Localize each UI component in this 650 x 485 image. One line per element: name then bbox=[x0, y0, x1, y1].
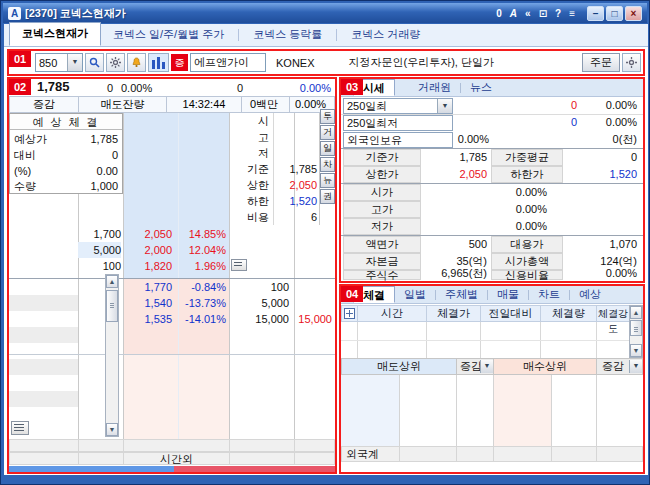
low-label: 저 bbox=[229, 145, 269, 161]
low250-box: 250일최저 bbox=[343, 115, 453, 131]
footer-cell bbox=[229, 439, 295, 452]
high-label: 고 bbox=[229, 129, 269, 145]
tick-chart-icon[interactable] bbox=[148, 53, 169, 72]
tab-expected[interactable]: 예상 bbox=[570, 286, 610, 303]
col-header-exec-strength[interactable]: 체결강도 bbox=[596, 305, 630, 322]
menu-list-icon[interactable]: ≡ bbox=[569, 8, 575, 19]
tab-daily[interactable]: 일별 bbox=[395, 286, 435, 303]
stock-name-field[interactable]: 에프앤가이 bbox=[190, 53, 266, 72]
scroll-down-icon[interactable]: ▼ bbox=[106, 423, 118, 436]
tab-konex-volume[interactable]: 코넥스 거래량 bbox=[339, 24, 432, 46]
expected-diff: 0 bbox=[58, 147, 118, 163]
shares-value: 6,965(천) bbox=[421, 265, 487, 282]
weighted-avg-label: 가중평균 bbox=[491, 149, 563, 166]
bid-price[interactable]: 1,535 bbox=[123, 311, 172, 327]
execution-scrollbar[interactable]: ▲ ▼ bbox=[629, 305, 643, 358]
close-button[interactable]: × bbox=[625, 6, 642, 21]
expected-title: 예 상 체 결 bbox=[10, 114, 122, 130]
expected-execution-box: 예 상 체 결 예상가 1,785 대비 0 (%) 0.00 수량 1,000 bbox=[9, 113, 123, 194]
col-header-time[interactable]: 시간 bbox=[357, 305, 427, 322]
font-tool-icon[interactable]: A bbox=[510, 8, 517, 19]
side-tab-daily[interactable]: 일 bbox=[320, 141, 335, 156]
app-icon: A bbox=[8, 7, 21, 20]
chevron-down-icon[interactable]: ▼ bbox=[67, 54, 82, 71]
quote-list-icon[interactable] bbox=[231, 259, 247, 271]
price-change: 0 bbox=[93, 80, 113, 96]
bid-price[interactable]: 1,770 bbox=[123, 279, 172, 295]
chevron-down-icon[interactable]: ▼ bbox=[629, 360, 642, 373]
side-tab-news[interactable]: 뉴 bbox=[320, 173, 335, 188]
side-tab-chart[interactable]: 차 bbox=[320, 157, 335, 172]
minimize-button[interactable]: – bbox=[587, 6, 604, 21]
ask-pct: 12.04% bbox=[178, 242, 226, 258]
side-tab-investor[interactable]: 투 bbox=[320, 109, 335, 124]
quote-list-icon[interactable] bbox=[11, 421, 29, 435]
tab-supply[interactable]: 매물 bbox=[488, 286, 528, 303]
maximize-button[interactable]: □ bbox=[606, 6, 623, 21]
substitute-price-label: 대용가 bbox=[491, 236, 563, 253]
stock-code-combo[interactable]: 850 ▼ bbox=[35, 53, 83, 72]
col-header-change: 증감 bbox=[9, 96, 79, 113]
footer-cell bbox=[78, 439, 124, 452]
col-header-exec-price[interactable]: 체결가 bbox=[426, 305, 481, 322]
high-value bbox=[273, 129, 317, 145]
window-buttons: – □ × bbox=[587, 6, 642, 21]
col-header-prev-diff[interactable]: 전일대비 bbox=[480, 305, 541, 322]
tab-konex-updown[interactable]: 코넥스 등락률 bbox=[241, 24, 334, 46]
ask-price[interactable]: 1,820 bbox=[123, 258, 172, 274]
capital-label: 자본금 bbox=[343, 253, 421, 270]
scroll-down-icon[interactable]: ▼ bbox=[630, 344, 642, 357]
stock-code-value[interactable]: 850 bbox=[36, 57, 67, 69]
upper-limit-label: 상한가 bbox=[343, 166, 421, 183]
after-hours-label[interactable]: 시간외 bbox=[123, 452, 230, 465]
high-price-pct: 0.00% bbox=[421, 201, 547, 218]
search-icon[interactable] bbox=[85, 53, 104, 72]
gear-icon[interactable] bbox=[106, 53, 125, 72]
column-settings-icon[interactable] bbox=[341, 305, 358, 322]
clone-window-icon[interactable]: ⊡ bbox=[539, 8, 547, 19]
tab-news[interactable]: 뉴스 bbox=[461, 79, 501, 96]
screen-tab-bar: 코넥스현재가 코넥스 일/주/월별 주가 코넥스 등락률 코넥스 거래량 bbox=[4, 24, 648, 47]
chevron-down-icon[interactable]: ▼ bbox=[437, 99, 452, 113]
grid-line bbox=[399, 375, 400, 446]
order-button[interactable]: 주문 bbox=[582, 53, 620, 72]
low250-pct: 0.00% bbox=[579, 114, 637, 131]
tab-by-investor[interactable]: 주체별 bbox=[436, 286, 487, 303]
ask-top-brokers-header: 매도상위 bbox=[341, 358, 457, 375]
orderbook-scrollbar[interactable]: ▲ ▼ bbox=[105, 274, 119, 437]
tab-konex-current[interactable]: 코넥스현재가 bbox=[9, 22, 101, 46]
upper-limit-label: 상한 bbox=[229, 177, 269, 193]
snap-tool-icon[interactable]: « bbox=[525, 8, 531, 19]
ask-price[interactable]: 2,000 bbox=[123, 242, 172, 258]
bell-icon[interactable] bbox=[127, 53, 146, 72]
zero-tool-icon[interactable]: 0 bbox=[496, 8, 502, 19]
scrollbar-thumb[interactable] bbox=[106, 290, 118, 322]
shares-label: 주식수 bbox=[343, 270, 421, 280]
tab-broker[interactable]: 거래원 bbox=[409, 79, 460, 96]
grid-line bbox=[596, 375, 597, 446]
col-header-exec-volume[interactable]: 체결량 bbox=[540, 305, 597, 322]
toolbar-settings-gear-icon[interactable] bbox=[622, 53, 641, 72]
scrollbar-thumb[interactable] bbox=[630, 320, 642, 336]
base-price-label: 기준가 bbox=[343, 149, 421, 166]
ask-price[interactable]: 2,050 bbox=[123, 226, 172, 242]
stock-toolbar: 850 ▼ 증 에프앤가이 KONEX 지정자문인(우리투자), 단일가 주문 bbox=[9, 51, 643, 74]
scroll-up-icon[interactable]: ▲ bbox=[630, 306, 642, 319]
help-icon[interactable]: ? bbox=[555, 8, 561, 19]
tab-konex-daily[interactable]: 코넥스 일/주/월별 주가 bbox=[101, 24, 236, 46]
expected-pct: 0.00 bbox=[58, 163, 118, 179]
zebra-stripe bbox=[9, 359, 78, 375]
side-tab-broker[interactable]: 거 bbox=[320, 125, 335, 140]
foreign-box: 외국인보유 bbox=[343, 132, 453, 148]
face-value-label: 액면가 bbox=[343, 236, 421, 253]
cost-label: 비용 bbox=[229, 209, 269, 225]
chevron-down-icon[interactable]: ▼ bbox=[480, 360, 493, 373]
scroll-up-icon[interactable]: ▲ bbox=[106, 275, 118, 288]
high250-combo[interactable]: 250일최 ▼ bbox=[343, 98, 453, 114]
tab-chart[interactable]: 차트 bbox=[529, 286, 569, 303]
low-value bbox=[273, 145, 317, 161]
side-tab-rights[interactable]: 권 bbox=[320, 189, 335, 204]
bid-pct: -13.73% bbox=[178, 295, 226, 311]
bid-price[interactable]: 1,540 bbox=[123, 295, 172, 311]
hts-window: A [2370] 코넥스현재가 0 A « ⊡ ? ≡ – □ × 코넥스현재가… bbox=[0, 0, 650, 485]
